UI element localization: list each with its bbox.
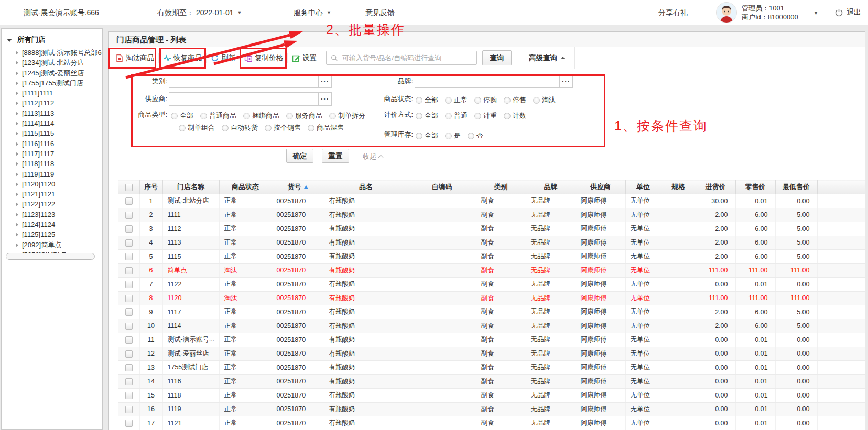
sidebar-store-item[interactable]: [1125]1125 bbox=[2, 229, 102, 239]
row-checkbox[interactable] bbox=[125, 350, 133, 358]
column-header[interactable]: 零售价 bbox=[735, 180, 775, 194]
row-checkbox[interactable] bbox=[125, 336, 133, 344]
caret-down-icon[interactable]: ▼ bbox=[813, 10, 818, 16]
column-header[interactable]: 商品状态 bbox=[219, 180, 272, 194]
service-center-dropdown[interactable]: 服务中心▼ bbox=[294, 0, 331, 25]
sidebar-item-all-stores[interactable]: 所有门店 bbox=[2, 29, 102, 48]
expand-arrow-icon[interactable] bbox=[16, 233, 18, 237]
radio-option[interactable]: 停售 bbox=[504, 95, 526, 105]
column-header[interactable]: 单位 bbox=[625, 180, 661, 194]
expand-arrow-icon[interactable] bbox=[16, 91, 18, 95]
expand-arrow-icon[interactable] bbox=[16, 213, 18, 217]
radio-option[interactable]: 制单组合 bbox=[179, 123, 215, 133]
collapse-toggle[interactable]: 收起 bbox=[363, 152, 383, 161]
row-checkbox[interactable] bbox=[125, 281, 133, 288]
sidebar-store-item[interactable]: [1122]1122 bbox=[2, 199, 102, 209]
sidebar-store-item[interactable]: [8888]测试-演示账号总部66 bbox=[2, 48, 102, 58]
category-picker-button[interactable]: ··· bbox=[318, 75, 331, 87]
radio-option[interactable]: 否 bbox=[468, 131, 483, 140]
radio-option[interactable]: 普通商品 bbox=[200, 111, 236, 120]
column-header[interactable]: 供应商 bbox=[576, 180, 625, 194]
settings-button[interactable]: 设置 bbox=[288, 53, 321, 63]
expand-arrow-icon[interactable] bbox=[16, 223, 18, 227]
column-header[interactable]: 品牌 bbox=[526, 180, 576, 194]
column-header[interactable]: 规格 bbox=[661, 180, 696, 194]
radio-option[interactable]: 正常 bbox=[445, 95, 468, 105]
radio-option[interactable]: 全部 bbox=[416, 95, 438, 105]
radio-option[interactable]: 按个销售 bbox=[265, 123, 301, 133]
sidebar-store-item[interactable]: [1755]1755测试门店 bbox=[2, 78, 102, 88]
row-checkbox[interactable] bbox=[125, 323, 133, 330]
radio-option[interactable]: 捆绑商品 bbox=[243, 111, 279, 120]
expand-arrow-icon[interactable] bbox=[16, 101, 18, 105]
expand-arrow-icon[interactable] bbox=[16, 202, 18, 206]
row-checkbox[interactable] bbox=[125, 239, 133, 247]
row-checkbox[interactable] bbox=[125, 267, 133, 274]
validity-dropdown[interactable]: 有效期至： 2022-01-01▼ bbox=[157, 0, 242, 25]
radio-option[interactable]: 计数 bbox=[504, 111, 526, 120]
reset-button[interactable]: 重置 bbox=[322, 149, 349, 163]
expand-arrow-icon[interactable] bbox=[16, 243, 18, 247]
sidebar-store-item[interactable]: [1121]1121 bbox=[2, 189, 102, 199]
supplier-picker-button[interactable]: ··· bbox=[318, 93, 331, 105]
row-checkbox[interactable] bbox=[125, 308, 133, 316]
column-header[interactable]: 类别 bbox=[476, 180, 526, 194]
column-header[interactable]: 自编码 bbox=[408, 180, 476, 194]
column-header[interactable]: 最低售价 bbox=[775, 180, 817, 194]
sidebar-store-item[interactable]: [1123]1123 bbox=[2, 210, 102, 219]
sidebar-store-item[interactable]: [1111]1111 bbox=[2, 88, 102, 98]
expand-arrow-icon[interactable] bbox=[16, 51, 18, 55]
expand-arrow-icon[interactable] bbox=[16, 61, 18, 65]
sidebar-store-item[interactable]: [1117]1117 bbox=[2, 149, 102, 159]
row-checkbox[interactable] bbox=[125, 295, 133, 302]
row-checkbox[interactable] bbox=[125, 392, 133, 399]
column-header[interactable]: 序号 bbox=[139, 180, 162, 194]
query-button[interactable]: 查询 bbox=[482, 50, 512, 65]
expand-arrow-icon[interactable] bbox=[16, 112, 18, 116]
row-checkbox[interactable] bbox=[125, 225, 133, 233]
sidebar-store-item[interactable]: [1118]1118 bbox=[2, 159, 102, 169]
radio-option[interactable]: 计重 bbox=[474, 111, 497, 120]
row-checkbox[interactable] bbox=[125, 378, 133, 385]
advanced-query-toggle[interactable]: 高级查询 bbox=[519, 47, 575, 69]
radio-option[interactable]: 全部 bbox=[416, 131, 438, 140]
brand-input[interactable] bbox=[415, 75, 559, 87]
radio-option[interactable]: 服务商品 bbox=[286, 111, 322, 120]
expand-arrow-icon[interactable] bbox=[16, 81, 18, 85]
row-checkbox[interactable] bbox=[125, 406, 133, 413]
radio-option[interactable]: 商品混售 bbox=[308, 123, 344, 133]
sidebar-store-item[interactable]: [1120]1120 bbox=[2, 179, 102, 189]
share-link[interactable]: 分享有礼 bbox=[658, 0, 688, 25]
radio-option[interactable]: 全部 bbox=[171, 111, 193, 120]
radio-option[interactable]: 全部 bbox=[416, 111, 438, 120]
column-header[interactable]: 门店名称 bbox=[162, 180, 219, 194]
feedback-link[interactable]: 意见反馈 bbox=[365, 0, 395, 25]
refresh-button[interactable]: 刷新 bbox=[207, 53, 240, 63]
sidebar-store-item[interactable]: [1234]测试-北站分店 bbox=[2, 58, 102, 68]
collapse-arrow-icon[interactable] bbox=[7, 39, 12, 42]
sidebar-store-item[interactable]: [1114]1114 bbox=[2, 118, 102, 128]
radio-option[interactable]: 是 bbox=[445, 131, 461, 140]
restore-product-button[interactable]: 恢复商品 bbox=[159, 53, 206, 63]
expand-arrow-icon[interactable] bbox=[16, 182, 18, 186]
sidebar-store-item[interactable]: [1124]1124 bbox=[2, 219, 102, 229]
avatar[interactable] bbox=[716, 2, 737, 23]
sidebar-store-item[interactable]: [2092]简单点 bbox=[2, 240, 102, 250]
expand-arrow-icon[interactable] bbox=[16, 162, 18, 166]
radio-option[interactable]: 自动转货 bbox=[222, 123, 258, 133]
sidebar-store-item[interactable]: [1113]1113 bbox=[2, 108, 102, 118]
column-header[interactable]: 品名 bbox=[324, 180, 408, 194]
eliminate-product-button[interactable]: 淘汰商品 bbox=[111, 53, 158, 63]
radio-option[interactable]: 停购 bbox=[474, 95, 497, 105]
supplier-input[interactable] bbox=[169, 93, 318, 105]
radio-option[interactable]: 普通 bbox=[445, 111, 468, 120]
search-input[interactable] bbox=[341, 53, 472, 62]
select-all-checkbox[interactable] bbox=[125, 184, 133, 191]
sidebar-scrollbar[interactable] bbox=[6, 253, 95, 260]
radio-option[interactable]: 淘汰 bbox=[533, 95, 556, 105]
expand-arrow-icon[interactable] bbox=[16, 122, 18, 126]
expand-arrow-icon[interactable] bbox=[16, 152, 18, 156]
brand-picker-button[interactable]: ··· bbox=[559, 75, 572, 87]
category-input[interactable] bbox=[169, 75, 318, 87]
row-checkbox[interactable] bbox=[125, 364, 133, 371]
